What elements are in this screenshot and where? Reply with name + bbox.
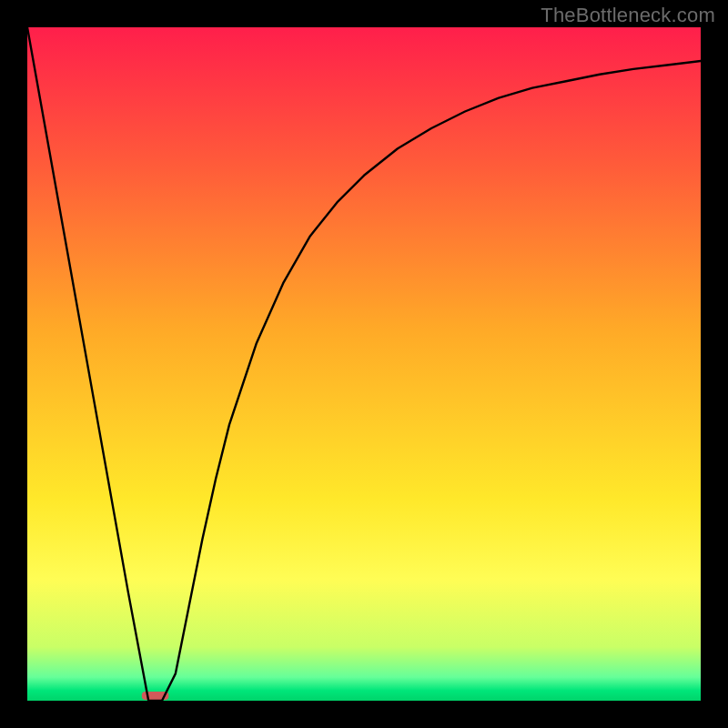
watermark-text: TheBottleneck.com: [541, 4, 715, 27]
plot-area: [27, 27, 701, 701]
chart-frame: TheBottleneck.com: [0, 0, 728, 728]
bottleneck-chart: [27, 27, 701, 701]
heat-gradient: [27, 27, 701, 701]
